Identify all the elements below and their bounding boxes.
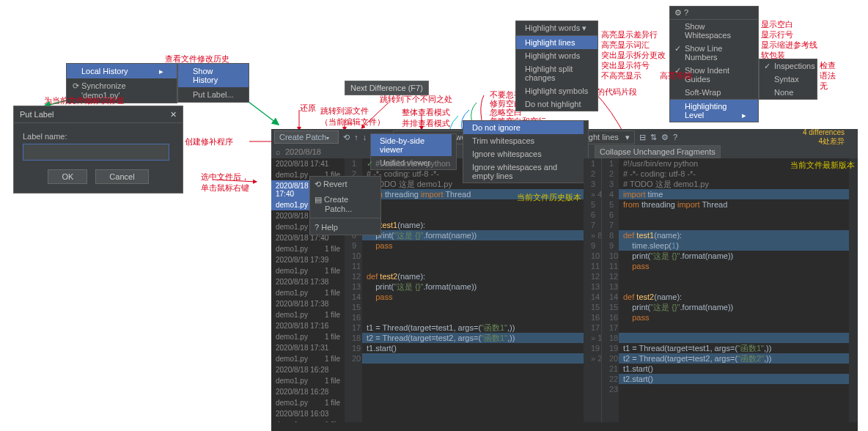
history-row[interactable]: 2020/8/18 17:38 xyxy=(271,298,345,309)
menu-create-patch[interactable]: ▤ Create Patch... xyxy=(310,192,380,216)
put-label-dialog: Put Label✕ Label name: OK Cancel xyxy=(13,106,183,194)
code-line: import time xyxy=(619,189,849,199)
help-icon[interactable]: ? xyxy=(673,133,677,141)
gm-show-ws[interactable]: Show Whitespaces xyxy=(670,20,758,42)
menu-help[interactable]: ? Help xyxy=(310,220,380,235)
anno-show-ws: 显示空白 xyxy=(761,19,793,30)
menu-revert[interactable]: ⟲ Revert xyxy=(310,177,380,192)
context-submenu: Show History Put Label... xyxy=(177,63,249,103)
ok-button[interactable]: OK xyxy=(48,169,87,184)
anno-jump-src: 跳转到源文件 （当前编辑文件） xyxy=(320,106,385,128)
anno-whole-view: 整体查看模式 并排查看模式 xyxy=(402,107,450,129)
diff-count-cn: 4处差异 xyxy=(803,136,845,147)
opt-hl-split[interactable]: Highlight split changes xyxy=(516,62,597,84)
collapse-unchanged-button[interactable]: Collapse Unchanged Fragments xyxy=(595,145,721,158)
code-line: # -*- coding: utf-8 -*- xyxy=(362,169,584,179)
history-row[interactable]: demo1.py1 file xyxy=(271,331,345,342)
history-row[interactable]: 2020/8/18 16:28 xyxy=(271,386,345,397)
history-row[interactable]: demo1.py1 file xyxy=(271,265,345,276)
opt-hl-lines[interactable]: Highlight lines xyxy=(516,36,597,49)
hl-title: Highlight words ▾ xyxy=(516,21,597,36)
close-icon[interactable]: ✕ xyxy=(170,110,177,119)
code-line: pass xyxy=(362,240,584,251)
history-row[interactable]: 2020/8/18 17:31 xyxy=(271,342,345,353)
down-arrow-icon[interactable]: ↓ xyxy=(363,133,367,141)
gm-show-ln[interactable]: Show Line Numbers xyxy=(670,42,758,64)
history-row[interactable]: demo1.py1 file xyxy=(271,243,345,254)
menu-item-put-label[interactable]: Put Label... xyxy=(178,87,249,102)
up-arrow-icon[interactable]: ↑ xyxy=(354,133,358,141)
opt-side-by-side[interactable]: Side-by-side viewer xyxy=(371,134,452,156)
opt-hl-words[interactable]: Highlight words xyxy=(516,49,597,62)
field-label: Label name: xyxy=(23,132,174,141)
code-line: t1 = Thread(target=test1, args=("函数1",)) xyxy=(362,323,584,333)
history-row[interactable]: demo1.py1 file xyxy=(271,309,345,320)
code-line xyxy=(619,210,849,220)
create-patch-button[interactable]: Create Patch▾ xyxy=(274,130,339,144)
code-line: def test2(name): xyxy=(362,271,584,281)
gm-hl-level[interactable]: Highlighting Level▸ xyxy=(670,100,758,122)
history-row[interactable]: 2020/8/18 17:16 xyxy=(271,320,345,331)
history-row[interactable]: 2020/8/18 17:39 xyxy=(271,254,345,265)
code-line xyxy=(362,353,584,364)
code-line xyxy=(619,384,849,394)
history-row[interactable]: demo1.py1 file xyxy=(271,397,345,408)
code-line xyxy=(619,281,849,292)
anno-hl-split: 突出显示拆分更改 xyxy=(601,50,666,61)
diff-date: 2020/8/18 xyxy=(285,147,321,156)
label-name-input[interactable] xyxy=(23,144,169,161)
history-row[interactable]: 2020/8/18 16:28 xyxy=(271,364,345,375)
opt-hl-none[interactable]: Do not highlight xyxy=(516,97,597,111)
code-line: t1 = Thread(target=test1, args=("函数1",)) xyxy=(619,343,849,353)
code-line xyxy=(619,220,849,230)
history-row[interactable]: 2020/8/18 17:41 xyxy=(271,158,345,169)
history-row[interactable]: 2020/8/18 17:38 xyxy=(271,276,345,287)
code-line: t2 = Thread(target=test2, args=("函数1",)) xyxy=(362,333,584,343)
code-line: # TODO 这是 demo1.py xyxy=(362,179,584,189)
menu-item-local-history[interactable]: Local History▸ xyxy=(67,64,177,78)
gm-syntax[interactable]: Syntax xyxy=(760,73,817,86)
history-row[interactable]: demo1.py1 file xyxy=(271,419,345,422)
code-line xyxy=(619,323,849,333)
code-line: print("这是 {}".format(name)) xyxy=(362,230,584,240)
anno-create-patch: 创建修补程序 xyxy=(185,136,233,147)
opt-dont-ignore[interactable]: Do not ignore xyxy=(463,121,584,134)
history-row[interactable]: demo1.py1 file xyxy=(271,353,345,364)
anno-hl-level: 高亮等级 xyxy=(660,70,692,81)
code-line: time.sleep(1) xyxy=(619,240,849,251)
code-line xyxy=(619,333,849,343)
gm-inspections[interactable]: Inspections xyxy=(760,59,817,73)
code-line xyxy=(362,302,584,312)
dialog-title: Put Label✕ xyxy=(14,106,183,123)
opt-hl-symbols[interactable]: Highlight symbols xyxy=(516,84,597,97)
sync-scroll-icon[interactable]: ⇅ xyxy=(650,133,657,142)
opt-trim-ws[interactable]: Trim whitespaces xyxy=(463,134,584,147)
cancel-button[interactable]: Cancel xyxy=(95,169,148,184)
code-line: t1.start() xyxy=(619,364,849,374)
gm-none[interactable]: None xyxy=(760,86,817,99)
history-row[interactable]: demo1.py1 file xyxy=(271,287,345,298)
anno-show-indent: 显示缩进参考线 xyxy=(761,40,817,51)
anno-cur-hist: 当前文件历史版本 xyxy=(517,192,581,203)
history-row[interactable]: demo1.py1 file xyxy=(271,375,345,386)
code-line: def test2(name): xyxy=(619,292,849,302)
gear-icon[interactable]: ⚙ xyxy=(661,133,669,142)
code-line: t2 = Thread(target=test2, args=("函数2",)) xyxy=(619,353,849,364)
code-line: print("这是 {}".format(name)) xyxy=(619,251,849,261)
anno-hl-symbols: 突出显示符号 xyxy=(601,60,650,71)
code-line: def test1(name): xyxy=(362,220,584,230)
menu-item-show-history[interactable]: Show History xyxy=(178,64,249,87)
minimap xyxy=(849,158,858,422)
tooltip-next-difference: Next Difference (F7) xyxy=(345,81,429,95)
code-line: t1.start() xyxy=(362,343,584,353)
gm-soft-wrap[interactable]: Soft-Wrap xyxy=(670,86,758,99)
anno-select-rmb: 选中文件后， 单击鼠标右键 xyxy=(201,172,249,194)
gear-menu: ⚙ ? Show Whitespaces Show Line Numbers S… xyxy=(669,6,759,122)
anno-hl-words: 高亮显示词汇 xyxy=(601,40,650,51)
collapse-icon[interactable]: ⊟ xyxy=(639,133,646,142)
code-line xyxy=(362,312,584,323)
history-row[interactable]: 2020/8/18 16:03 xyxy=(271,408,345,419)
code-line: # TODO 这是 demo1.py xyxy=(619,179,849,189)
revert-icon[interactable]: ⟲ xyxy=(343,133,350,142)
gear-submenu: Inspections Syntax None xyxy=(759,59,817,100)
